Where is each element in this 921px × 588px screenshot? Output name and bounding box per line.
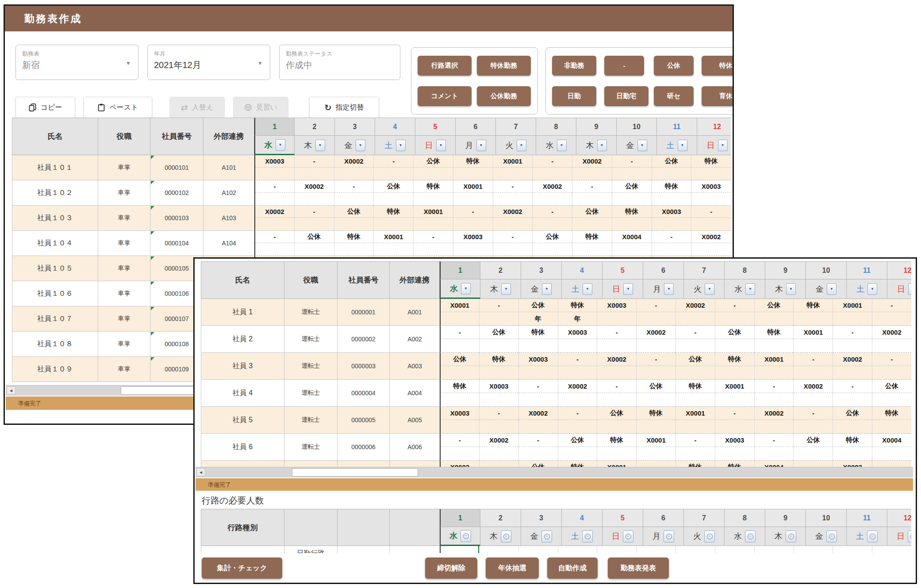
schedule-cell[interactable]: 特休 (872, 407, 911, 434)
day-of-week[interactable]: 金▼ (521, 279, 562, 299)
schedule-cell[interactable]: 特休 (715, 353, 754, 380)
employee-number-cell[interactable]: 0000102 (150, 180, 203, 206)
schedule-cell[interactable]: - (572, 180, 612, 206)
schedule-cell[interactable]: 特休 (558, 461, 597, 467)
schedule-cell[interactable]: 特休 (675, 380, 715, 407)
schedule-cell[interactable]: - (532, 155, 572, 180)
publish-schedule-button[interactable]: 勤務表発表 (608, 557, 669, 579)
role-cell[interactable]: 運転士 (284, 434, 337, 461)
schedule-cell[interactable]: X0003 (440, 407, 479, 434)
schedule-cell[interactable]: X0003 (652, 206, 691, 231)
route-count-cell[interactable] (833, 546, 872, 553)
remove-day-button[interactable]: − (867, 531, 878, 542)
day-of-week[interactable]: 月▼ (643, 279, 684, 299)
route-count-cell[interactable] (872, 546, 911, 553)
schedule-cell[interactable]: - (597, 380, 636, 407)
day-filter-button[interactable]: ▼ (867, 283, 877, 295)
schedule-cell[interactable]: 特休 (675, 461, 715, 467)
schedule-cell[interactable]: - (833, 380, 872, 407)
remove-day-button[interactable]: − (704, 531, 715, 542)
schedule-cell[interactable]: X0003 (558, 326, 597, 353)
role-cell[interactable]: 車掌 (98, 256, 150, 281)
schedule-cell[interactable]: 公休 (612, 180, 652, 206)
schedule-cell[interactable]: - (518, 380, 558, 407)
day-filter-button[interactable]: ▼ (557, 140, 567, 151)
role-cell[interactable]: 車掌 (98, 357, 150, 382)
day-of-week[interactable]: 金▼ (806, 279, 847, 299)
schedule-cell[interactable]: 特休 (691, 155, 731, 180)
day-filter-button[interactable]: ▼ (745, 283, 755, 295)
schedule-cell[interactable]: X0001 (636, 434, 675, 461)
external-link-cell[interactable]: A103 (203, 206, 254, 231)
aggregate-check-button[interactable]: 集計・チェック (202, 557, 282, 579)
schedule-cell[interactable]: 公休 (652, 155, 691, 180)
external-link-cell[interactable]: A006 (389, 434, 440, 461)
schedule-cell[interactable]: 公休 (294, 231, 334, 256)
day-filter-button[interactable]: ▼ (718, 140, 728, 151)
schedule-cell[interactable]: 特休 (373, 206, 413, 231)
schedule-cell[interactable]: 公休 (754, 299, 794, 326)
schedule-cell[interactable]: 公休 (532, 231, 572, 256)
day-of-week[interactable]: 土▼ (562, 279, 602, 299)
day-of-week[interactable]: 水− (440, 527, 480, 546)
employee-number-cell[interactable]: 0000007 (337, 461, 389, 467)
month-select[interactable]: 年月 2021年12月 ▼ (147, 45, 270, 80)
external-link-cell[interactable]: A003 (389, 353, 440, 380)
day-of-week[interactable]: 木− (765, 527, 806, 546)
schedule-cell[interactable]: - (793, 461, 833, 467)
day-filter-button[interactable]: ▼ (356, 140, 365, 151)
day-of-week[interactable]: 木▼ (765, 279, 806, 299)
day-filter-button[interactable]: ▼ (315, 140, 325, 151)
employee-name-cell[interactable]: 社員 6 (201, 434, 284, 461)
employee-number-cell[interactable]: 0000104 (150, 231, 203, 256)
schedule-cell[interactable]: - (493, 231, 533, 256)
role-cell[interactable]: 車掌 (98, 180, 150, 206)
schedule-cell[interactable]: 特休 (572, 231, 612, 256)
schedule-cell[interactable]: - (754, 434, 794, 461)
day-of-week[interactable]: 水▼ (440, 279, 480, 299)
role-cell[interactable]: 車掌 (98, 306, 150, 332)
employee-number-cell[interactable]: 0000103 (150, 206, 203, 231)
day-of-week[interactable]: 水▼ (536, 135, 576, 155)
day-of-week[interactable]: 土▼ (375, 135, 415, 155)
schedule-cell[interactable]: 公休 (440, 353, 479, 380)
deadline-release-button[interactable]: 締切解除 (425, 557, 477, 579)
day-filter-button[interactable]: ▼ (276, 139, 285, 151)
schedule-cell[interactable]: - (675, 434, 715, 461)
external-link-cell[interactable]: A001 (389, 299, 440, 326)
route-count-cell[interactable] (518, 546, 558, 553)
schedule-cell[interactable]: 特休 (453, 155, 493, 180)
day-filter-button[interactable]: ▼ (517, 140, 526, 151)
day-filter-button[interactable]: ▼ (501, 283, 511, 295)
schedule-cell[interactable]: - (558, 353, 597, 380)
schedule-cell[interactable]: X0002 (294, 180, 334, 206)
schedule-cell[interactable]: X0002 (254, 206, 294, 231)
external-link-cell[interactable]: A007 (389, 461, 440, 467)
route-count-cell[interactable] (440, 546, 479, 553)
schedule-cell[interactable]: - (636, 461, 675, 467)
non-work-button[interactable]: 非勤務 (552, 56, 596, 76)
day-of-week[interactable]: 金− (806, 527, 847, 546)
schedule-cell[interactable]: X0002 (493, 206, 533, 231)
schedule-cell[interactable]: - (479, 407, 518, 434)
schedule-cell[interactable]: X0002 (518, 407, 558, 434)
schedule-cell[interactable]: - (652, 231, 691, 256)
day-filter-button[interactable]: ▼ (908, 283, 911, 295)
schedule-cell[interactable]: - (558, 407, 597, 434)
schedule-cell[interactable]: 特休 (833, 434, 872, 461)
schedule-cell[interactable]: - (872, 353, 911, 380)
day-filter-button[interactable]: ▼ (786, 283, 796, 295)
annual-leave-lottery-button[interactable]: 年休抽選 (486, 557, 539, 579)
schedule-cell[interactable]: 公休 (572, 206, 612, 231)
schedule-cell[interactable]: X0001 (453, 180, 493, 206)
employee-number-cell[interactable]: 0000003 (337, 353, 389, 380)
schedule-cell[interactable]: 公休 (558, 434, 597, 461)
schedule-cell[interactable]: X0003 (479, 380, 518, 407)
schedule-cell[interactable]: X0001 (493, 155, 533, 180)
day-filter-button[interactable]: ▼ (827, 283, 837, 295)
remove-day-button[interactable]: − (745, 531, 756, 542)
day-shift-button[interactable]: 日勤 (552, 86, 596, 106)
schedule-cell[interactable]: 特休 (518, 326, 558, 353)
schedule-cell[interactable]: X0002 (479, 434, 518, 461)
schedule-cell[interactable]: X0001 (373, 231, 413, 256)
